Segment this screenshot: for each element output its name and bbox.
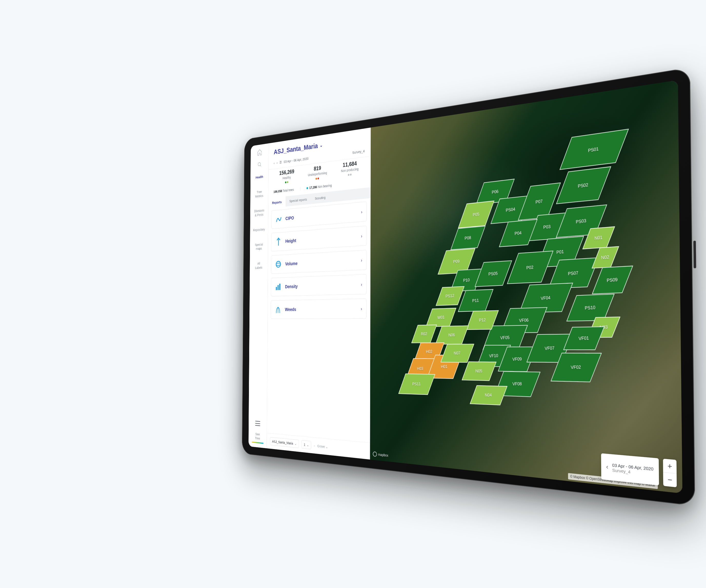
parcel-H01[interactable]: H01 [427,355,462,379]
parcel-N07[interactable]: N07 [440,344,474,363]
parcel-VF08[interactable]: VF08 [494,371,540,397]
parcel-label: P11 [472,298,479,304]
home-icon[interactable] [257,148,262,156]
tablet-frame: Health Tree Metrics Diseases & Pests Rep… [242,67,695,506]
tab-reports[interactable]: Reports [268,196,285,208]
parcel-PS07[interactable]: PS07 [548,257,599,289]
parcel-R02[interactable]: R02 [411,324,437,343]
parcel-label: N01 [594,235,603,241]
parcel-label: H03 [417,366,423,371]
mapbox-logo-icon [373,452,377,457]
svg-line-1 [260,165,261,166]
crumb-page[interactable]: 1 ⌄ [302,440,311,449]
total-trees-label: Total trees [283,188,294,193]
nav-all-labels[interactable]: All Labels [255,261,263,270]
parcel-P12[interactable]: P12 [466,310,499,330]
nav-repository[interactable]: Repository [253,227,265,232]
parcel-label: VF06 [519,318,528,323]
parcel-label: PS09 [607,277,618,283]
parcel-PS12[interactable]: PS12 [436,286,465,306]
parcel-PS01[interactable]: PS01 [560,129,629,170]
menu-icon[interactable] [255,421,260,426]
parcel-label: VF04 [541,295,551,301]
parcel-P05[interactable]: P05 [458,201,494,228]
parcel-label: VF09 [512,357,522,362]
parcel-label: P06 [492,189,499,195]
parcel-VF04[interactable]: VF04 [519,283,573,313]
report-label: Height [285,234,357,244]
parcel-label: P03 [543,224,551,230]
zoom-out-button[interactable]: − [663,472,677,487]
report-density[interactable]: Density› [271,274,366,296]
parcel-P02[interactable]: P02 [507,251,553,284]
date-prev-button[interactable]: ‹ [274,161,275,165]
parcel-label: N06 [448,332,455,338]
search-icon[interactable] [257,161,262,168]
parcel-N02[interactable]: N02 [592,246,619,269]
parcel-P04[interactable]: P04 [499,219,538,247]
parcel-P07[interactable]: P07 [518,183,561,221]
parcel-PS04[interactable]: PS04 [491,195,531,224]
parcel-PS02[interactable]: PS02 [556,166,611,204]
parcel-N04[interactable]: N04 [470,385,507,405]
parcel-N01[interactable]: N01 [582,226,615,249]
parcel-PS09[interactable]: PS09 [592,266,633,294]
map-attribution: © Mapbox © OpenStreetMap Improve this ma… [568,473,658,489]
parcel-label: N04 [485,393,492,398]
parcel-VF06[interactable]: VF06 [501,307,548,333]
parcel-P03[interactable]: P03 [528,212,566,241]
report-volume[interactable]: Volume› [271,250,367,274]
non-bearing-value: 17,286 [309,185,317,190]
chevron-down-icon: ⌄ [320,142,323,148]
parcel-N06[interactable]: N06 [435,325,469,345]
weeds-icon [275,305,281,314]
parcel-VF02[interactable]: VF02 [551,353,602,382]
parcel-P06[interactable]: P06 [476,179,514,205]
parcel-N03[interactable]: N03 [587,317,620,338]
crumb-grove[interactable]: Grove ⌄ [317,444,328,449]
icon-rail: Health Tree Metrics Diseases & Pests Rep… [248,143,269,448]
zoom-in-button[interactable]: + [663,459,676,474]
chevron-right-icon: › [361,281,362,287]
parcel-VF01[interactable]: VF01 [563,326,604,350]
parcel-N05[interactable]: N05 [462,361,497,381]
parcel-PS11[interactable]: PS11 [398,374,435,395]
parcel-VF10[interactable]: VF10 [477,345,511,367]
nav-health[interactable]: Health [256,174,263,180]
parcel-label: PS03 [576,218,587,225]
chevron-right-icon: › [361,209,362,214]
parcel-P01[interactable]: P01 [537,236,584,268]
parcel-P10[interactable]: P10 [450,269,483,292]
parcel-VF09[interactable]: VF09 [498,347,537,372]
date-next-button[interactable]: › [277,161,277,164]
chevron-down-icon: ⌄ [307,443,309,447]
parcel-P09[interactable]: P09 [438,248,475,275]
nav-tree-metrics[interactable]: Tree Metrics [255,189,263,199]
report-weeds[interactable]: Weeds› [271,299,366,319]
parcel-label: P05 [473,212,479,218]
crumb-farm[interactable]: ASJ_Santa_Maria ⌄ [270,437,299,448]
parcel-PS03[interactable]: PS03 [556,204,607,238]
map-view[interactable]: PS01PS02P06P05PS04P07P03PS03P08P04P09P01… [370,80,682,494]
report-list: CIPO›Height›Volume›Density›Weeds› [268,198,370,322]
parcel-PS10[interactable]: PS10 [566,294,615,321]
height-icon [275,237,282,246]
tab-scouting[interactable]: Scouting [311,192,330,204]
parcel-PS05[interactable]: PS05 [475,261,512,287]
map-controls: ‹ 03 Apr - 06 Apr, 2020 Survey_4 + − [601,453,677,487]
nav-diseases-pests[interactable]: Diseases & Pests [254,208,264,218]
report-height[interactable]: Height› [271,226,367,251]
parcel-label: PS01 [588,146,599,153]
nav-special-maps[interactable]: Special maps [255,242,263,251]
svg-rect-6 [279,284,280,290]
parcel-VF07[interactable]: VF07 [526,334,574,363]
parcel-P08[interactable]: P08 [450,226,485,250]
density-icon [275,282,282,291]
parcel-P11[interactable]: P11 [458,289,494,312]
date-calendar-icon[interactable]: ☰ [279,160,282,164]
stat-healthy: 156,269 Healthy [272,167,302,185]
parcel-VF05[interactable]: VF05 [482,325,528,350]
map-date-prev-button[interactable]: ‹ [606,463,608,471]
parcel-W01[interactable]: W01 [426,308,457,327]
parcel-label: N03 [600,324,608,330]
